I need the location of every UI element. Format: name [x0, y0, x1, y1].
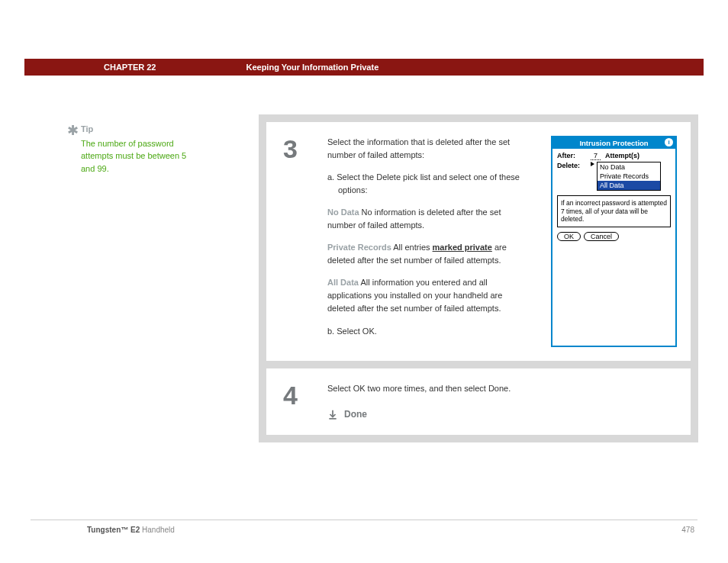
tip-star-icon: ✱ [67, 121, 79, 141]
tip-heading: Tip [81, 123, 199, 136]
footer: Tungsten™ E2 Handheld 478 [87, 526, 694, 534]
delete-row: Delete: No Data Private Records All Data [557, 162, 671, 191]
option-private-records[interactable]: Private Records [598, 172, 660, 181]
delete-label: Delete: [557, 162, 591, 169]
all-data-paragraph: All Data All information you entered and… [327, 276, 531, 315]
chapter-header: CHAPTER 22 Keeping Your Information Priv… [24, 59, 704, 76]
no-data-lead: No Data [327, 208, 359, 217]
step-3-body: Select the information that is deleted a… [327, 136, 531, 347]
after-label: After: [557, 152, 591, 159]
private-records-lead: Private Records [327, 243, 391, 252]
marked-private-link[interactable]: marked private [433, 243, 492, 252]
product-name: Tungsten™ E2 Handheld [87, 526, 175, 534]
done-arrow-icon [327, 409, 338, 420]
option-no-data[interactable]: No Data [598, 162, 660, 172]
private-records-pre: All entries [391, 243, 433, 252]
chapter-label: CHAPTER 22 [104, 63, 156, 72]
intrusion-protection-dialog: Intrusion Protection i After: 7 Attempt(… [551, 136, 677, 347]
info-icon[interactable]: i [665, 138, 673, 146]
tip-text: The number of password attempts must be … [81, 137, 199, 175]
done-label: Done [344, 407, 367, 422]
option-all-data[interactable]: All Data [598, 181, 660, 190]
attempts-label: Attempt(s) [605, 152, 639, 159]
dialog-title: Intrusion Protection [579, 139, 648, 147]
tip-callout: ✱ Tip The number of password attempts mu… [81, 123, 199, 175]
step-4-body: Select OK two more times, and then selec… [327, 382, 677, 422]
step-3-intro: Select the information that is deleted a… [327, 136, 531, 162]
step-3-b: b. Select OK. [338, 325, 531, 338]
all-data-lead: All Data [327, 278, 359, 287]
step-3: 3 Select the information that is deleted… [266, 122, 691, 361]
product-rest: Handheld [140, 526, 175, 534]
private-records-paragraph: Private Records All entries marked priva… [327, 241, 531, 267]
product-bold: Tungsten™ E2 [87, 526, 140, 534]
cancel-button[interactable]: Cancel [584, 232, 619, 241]
chapter-title: Keeping Your Information Private [246, 63, 378, 72]
steps-container: 3 Select the information that is deleted… [259, 114, 698, 442]
dialog-titlebar: Intrusion Protection i [552, 137, 675, 149]
done-row: Done [327, 407, 677, 422]
after-row: After: 7 Attempt(s) [557, 152, 671, 160]
step-4: 4 Select OK two more times, and then sel… [266, 368, 691, 436]
dialog-message: If an incorrect password is attempted 7 … [557, 195, 671, 227]
after-value[interactable]: 7 [591, 152, 601, 160]
ok-button[interactable]: OK [557, 232, 581, 241]
delete-picklist[interactable]: No Data Private Records All Data [591, 162, 661, 191]
step-4-text: Select OK two more times, and then selec… [327, 382, 677, 395]
chevron-down-icon [591, 162, 594, 166]
delete-dropdown[interactable]: No Data Private Records All Data [597, 162, 661, 191]
step-3-a: a. Select the Delete pick list and selec… [338, 171, 531, 197]
footer-rule [31, 520, 697, 520]
step-number: 3 [283, 136, 308, 347]
step-number: 4 [283, 382, 308, 422]
page-number: 478 [681, 526, 694, 534]
no-data-paragraph: No Data No information is deleted after … [327, 206, 531, 232]
